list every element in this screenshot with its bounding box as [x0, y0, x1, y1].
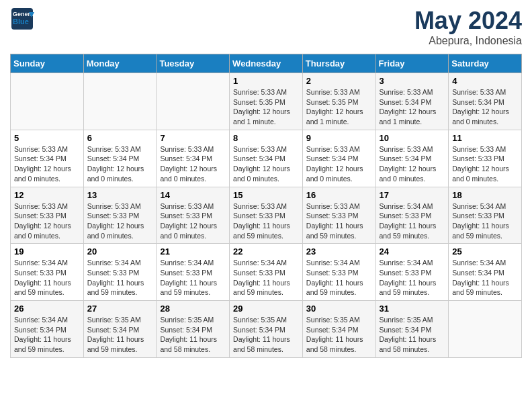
calendar-cell: 13Sunrise: 5:33 AM Sunset: 5:33 PM Dayli…: [83, 187, 157, 244]
logo-icon: General Blue: [10, 7, 34, 31]
day-info: Sunrise: 5:33 AM Sunset: 5:34 PM Dayligh…: [306, 144, 372, 184]
day-info: Sunrise: 5:33 AM Sunset: 5:34 PM Dayligh…: [233, 144, 299, 184]
calendar-cell: 22Sunrise: 5:34 AM Sunset: 5:33 PM Dayli…: [230, 244, 303, 301]
day-number: 28: [160, 304, 226, 314]
day-number: 30: [306, 304, 372, 314]
calendar-cell: 27Sunrise: 5:35 AM Sunset: 5:34 PM Dayli…: [83, 301, 157, 358]
day-info: Sunrise: 5:33 AM Sunset: 5:35 PM Dayligh…: [233, 87, 299, 127]
day-number: 12: [14, 190, 80, 200]
title-block: May 2024 Abepura, Indonesia: [414, 7, 522, 47]
calendar-week-3: 12Sunrise: 5:33 AM Sunset: 5:33 PM Dayli…: [11, 187, 522, 244]
day-number: 1: [233, 76, 299, 86]
calendar-week-1: 1Sunrise: 5:33 AM Sunset: 5:35 PM Daylig…: [11, 73, 522, 130]
day-number: 19: [14, 246, 80, 257]
calendar-cell: [11, 73, 84, 130]
day-info: Sunrise: 5:35 AM Sunset: 5:34 PM Dayligh…: [306, 315, 372, 355]
day-info: Sunrise: 5:34 AM Sunset: 5:33 PM Dayligh…: [380, 201, 445, 241]
calendar-cell: 29Sunrise: 5:35 AM Sunset: 5:34 PM Dayli…: [230, 301, 303, 358]
calendar-cell: 1Sunrise: 5:33 AM Sunset: 5:35 PM Daylig…: [230, 73, 303, 130]
day-info: Sunrise: 5:33 AM Sunset: 5:34 PM Dayligh…: [452, 87, 518, 127]
calendar-cell: 26Sunrise: 5:34 AM Sunset: 5:34 PM Dayli…: [11, 301, 84, 358]
calendar-cell: 9Sunrise: 5:33 AM Sunset: 5:34 PM Daylig…: [302, 130, 375, 187]
calendar-cell: 19Sunrise: 5:34 AM Sunset: 5:33 PM Dayli…: [11, 244, 84, 301]
calendar-header: SundayMondayTuesdayWednesdayThursdayFrid…: [11, 54, 522, 73]
day-number: 17: [380, 190, 445, 200]
day-info: Sunrise: 5:33 AM Sunset: 5:34 PM Dayligh…: [14, 144, 80, 184]
day-info: Sunrise: 5:33 AM Sunset: 5:35 PM Dayligh…: [306, 87, 372, 127]
day-info: Sunrise: 5:33 AM Sunset: 5:33 PM Dayligh…: [87, 201, 153, 241]
weekday-header-row: SundayMondayTuesdayWednesdayThursdayFrid…: [11, 54, 522, 73]
day-info: Sunrise: 5:34 AM Sunset: 5:33 PM Dayligh…: [380, 258, 445, 298]
day-info: Sunrise: 5:33 AM Sunset: 5:34 PM Dayligh…: [380, 144, 445, 184]
day-info: Sunrise: 5:33 AM Sunset: 5:34 PM Dayligh…: [160, 144, 226, 184]
calendar-cell: 30Sunrise: 5:35 AM Sunset: 5:34 PM Dayli…: [302, 301, 375, 358]
day-number: 13: [87, 190, 153, 200]
day-number: 15: [233, 190, 299, 200]
calendar-body: 1Sunrise: 5:33 AM Sunset: 5:35 PM Daylig…: [11, 73, 522, 358]
day-number: 3: [380, 76, 445, 86]
day-info: Sunrise: 5:33 AM Sunset: 5:33 PM Dayligh…: [233, 201, 299, 241]
day-info: Sunrise: 5:33 AM Sunset: 5:34 PM Dayligh…: [87, 144, 153, 184]
logo: General Blue: [10, 7, 34, 34]
day-number: 21: [160, 246, 226, 257]
calendar-cell: 20Sunrise: 5:34 AM Sunset: 5:33 PM Dayli…: [83, 244, 157, 301]
weekday-header-wednesday: Wednesday: [230, 54, 303, 73]
day-number: 10: [380, 133, 445, 143]
calendar-cell: 3Sunrise: 5:33 AM Sunset: 5:34 PM Daylig…: [375, 73, 449, 130]
header: General Blue May 2024 Abepura, Indonesia: [10, 7, 522, 47]
day-number: 11: [452, 133, 518, 143]
day-number: 18: [452, 190, 518, 200]
day-info: Sunrise: 5:34 AM Sunset: 5:33 PM Dayligh…: [306, 258, 372, 298]
calendar-table: SundayMondayTuesdayWednesdayThursdayFrid…: [10, 54, 522, 358]
calendar-cell: [83, 73, 157, 130]
location: Abepura, Indonesia: [414, 35, 522, 47]
day-number: 22: [233, 246, 299, 257]
calendar-cell: 17Sunrise: 5:34 AM Sunset: 5:33 PM Dayli…: [375, 187, 449, 244]
weekday-header-saturday: Saturday: [449, 54, 522, 73]
day-number: 4: [452, 76, 518, 86]
calendar-cell: 25Sunrise: 5:34 AM Sunset: 5:34 PM Dayli…: [449, 244, 522, 301]
day-number: 9: [306, 133, 372, 143]
weekday-header-friday: Friday: [375, 54, 449, 73]
calendar-cell: 23Sunrise: 5:34 AM Sunset: 5:33 PM Dayli…: [302, 244, 375, 301]
day-number: 26: [14, 304, 80, 314]
calendar-cell: 11Sunrise: 5:33 AM Sunset: 5:33 PM Dayli…: [449, 130, 522, 187]
day-info: Sunrise: 5:33 AM Sunset: 5:33 PM Dayligh…: [306, 201, 372, 241]
calendar-cell: 8Sunrise: 5:33 AM Sunset: 5:34 PM Daylig…: [230, 130, 303, 187]
day-info: Sunrise: 5:35 AM Sunset: 5:34 PM Dayligh…: [160, 315, 226, 355]
day-number: 16: [306, 190, 372, 200]
svg-text:Blue: Blue: [13, 17, 29, 26]
day-info: Sunrise: 5:34 AM Sunset: 5:33 PM Dayligh…: [233, 258, 299, 298]
day-info: Sunrise: 5:34 AM Sunset: 5:34 PM Dayligh…: [14, 315, 80, 355]
weekday-header-sunday: Sunday: [11, 54, 84, 73]
calendar-cell: [157, 73, 230, 130]
page-container: General Blue May 2024 Abepura, Indonesia…: [0, 0, 532, 365]
calendar-cell: 12Sunrise: 5:33 AM Sunset: 5:33 PM Dayli…: [11, 187, 84, 244]
day-number: 25: [452, 246, 518, 257]
calendar-cell: 7Sunrise: 5:33 AM Sunset: 5:34 PM Daylig…: [157, 130, 230, 187]
day-number: 5: [14, 133, 80, 143]
day-info: Sunrise: 5:35 AM Sunset: 5:34 PM Dayligh…: [87, 315, 153, 355]
calendar-week-5: 26Sunrise: 5:34 AM Sunset: 5:34 PM Dayli…: [11, 301, 522, 358]
calendar-week-2: 5Sunrise: 5:33 AM Sunset: 5:34 PM Daylig…: [11, 130, 522, 187]
day-number: 7: [160, 133, 226, 143]
day-number: 23: [306, 246, 372, 257]
calendar-cell: 5Sunrise: 5:33 AM Sunset: 5:34 PM Daylig…: [11, 130, 84, 187]
calendar-cell: 10Sunrise: 5:33 AM Sunset: 5:34 PM Dayli…: [375, 130, 449, 187]
day-number: 29: [233, 304, 299, 314]
calendar-cell: 28Sunrise: 5:35 AM Sunset: 5:34 PM Dayli…: [157, 301, 230, 358]
calendar-week-4: 19Sunrise: 5:34 AM Sunset: 5:33 PM Dayli…: [11, 244, 522, 301]
day-number: 20: [87, 246, 153, 257]
day-number: 27: [87, 304, 153, 314]
day-number: 8: [233, 133, 299, 143]
day-number: 2: [306, 76, 372, 86]
weekday-header-monday: Monday: [83, 54, 157, 73]
day-number: 6: [87, 133, 153, 143]
day-info: Sunrise: 5:33 AM Sunset: 5:34 PM Dayligh…: [380, 87, 445, 127]
day-info: Sunrise: 5:34 AM Sunset: 5:33 PM Dayligh…: [87, 258, 153, 298]
day-info: Sunrise: 5:35 AM Sunset: 5:34 PM Dayligh…: [380, 315, 445, 355]
day-info: Sunrise: 5:33 AM Sunset: 5:33 PM Dayligh…: [160, 201, 226, 241]
day-info: Sunrise: 5:34 AM Sunset: 5:33 PM Dayligh…: [14, 258, 80, 298]
calendar-cell: 15Sunrise: 5:33 AM Sunset: 5:33 PM Dayli…: [230, 187, 303, 244]
calendar-cell: 21Sunrise: 5:34 AM Sunset: 5:33 PM Dayli…: [157, 244, 230, 301]
